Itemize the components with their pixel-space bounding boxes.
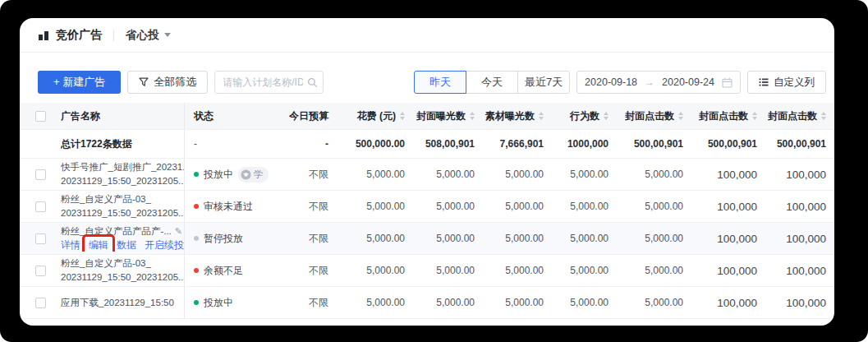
ad-name-cell: 粉丝_自定义产品-03_ 20231129_15:50_20231205...	[61, 193, 184, 220]
row-checkbox[interactable]	[35, 266, 46, 276]
edit-pencil-icon[interactable]: ✎	[175, 226, 182, 236]
nav-dropdown-label: 省心投	[126, 28, 159, 43]
status-cell: 投放中	[184, 296, 266, 310]
row-action-links: 详情 编辑 数据 开启续投	[61, 239, 184, 252]
cover-clicks-cell-1: 5,000.00	[609, 201, 683, 212]
table-header-row: 广告名称 状态 今日预算 花费 (元) 封面曝光数 素材曝光数 行为数 封面点击…	[20, 103, 834, 130]
col-label: 封面曝光数	[416, 109, 466, 123]
resume-delivery-link[interactable]: 开启续投	[145, 239, 184, 252]
status-dot	[194, 268, 199, 273]
learning-badge: 学	[238, 167, 269, 183]
col-header-cover-clicks-3[interactable]: 封面点击数	[757, 109, 834, 123]
header-divider	[113, 30, 114, 41]
checkbox-cell	[20, 266, 61, 276]
search-icon	[307, 76, 318, 91]
summary-budget: -	[266, 138, 328, 150]
budget-cell: 不限	[266, 296, 328, 310]
col-header-cover-clicks-2[interactable]: 封面点击数	[683, 109, 757, 123]
summary-cover-clicks-3: 500,00,901	[757, 138, 834, 150]
date-end-value[interactable]: 2020-09-24	[662, 76, 714, 88]
ad-name-line2: 20231129_15:50_20231205...	[61, 207, 184, 220]
summary-actions: 1000,000	[544, 138, 609, 150]
date-range-picker[interactable]: 2020-09-18 → 2020-09-24	[576, 71, 741, 94]
status-dot	[194, 236, 199, 241]
custom-columns-label: 自定义列	[774, 76, 815, 90]
row-checkbox[interactable]	[35, 169, 46, 180]
col-header-cover-exposure[interactable]: 封面曝光数	[405, 109, 475, 123]
table-row: 应用下载_20231129_15:50 投放中 不限 5,000.00 5,00…	[20, 287, 834, 319]
col-header-cover-clicks-1[interactable]: 封面点击数	[609, 109, 683, 123]
material-exposure-cell: 5,000.00	[475, 169, 544, 180]
status-cell: 余额不足	[184, 264, 266, 278]
date-quick-tabs: 昨天 今天 最近7天	[414, 71, 570, 94]
list-icon	[759, 77, 769, 87]
ad-name-cell: 粉丝_自定义产品产品产-...✎ 详情 编辑 数据 开启续投	[61, 225, 184, 252]
page-title: 竞价广告	[56, 28, 102, 43]
app-header: 竞价广告 省心投	[20, 18, 834, 53]
cover-clicks-cell-1: 5,000.00	[609, 297, 683, 308]
edit-link[interactable]: 编辑	[89, 239, 108, 252]
new-ad-button[interactable]: + 新建广告	[38, 71, 121, 94]
col-label: 素材曝光数	[485, 109, 535, 123]
col-header-status: 状态	[184, 109, 266, 123]
caret-down-icon	[164, 33, 171, 37]
filter-all-button[interactable]: 全部筛选	[127, 71, 208, 94]
summary-cost: 500,000.00	[328, 138, 405, 150]
col-header-material-exposure[interactable]: 素材曝光数	[475, 109, 544, 123]
row-checkbox[interactable]	[35, 201, 46, 212]
date-start-value[interactable]: 2020-09-18	[585, 76, 637, 88]
status-label: 暂停投放	[204, 232, 243, 246]
ad-name-line1: 应用下载_20231129_15:50	[61, 297, 184, 309]
cover-clicks-cell-3: 100,000	[757, 201, 834, 213]
checkbox-cell	[20, 233, 61, 244]
table-row: 粉丝_自定义产品-03_ 20231129_15:50_20231205... …	[20, 191, 834, 223]
cover-clicks-cell-3: 100,000	[757, 169, 834, 181]
material-exposure-cell: 5,000.00	[475, 233, 544, 244]
summary-row: 总计1722条数据 - - 500,000.00 508,00,901 7,66…	[20, 130, 834, 159]
graduation-icon	[241, 169, 251, 180]
data-link[interactable]: 数据	[117, 239, 136, 252]
budget-cell: 不限	[266, 232, 328, 246]
toolbar: + 新建广告 全部筛选 昨天 今天 最近7天 2020-09-18 →	[20, 71, 834, 94]
summary-label: 总计1722条数据	[61, 137, 184, 151]
checkbox-cell	[20, 169, 61, 180]
row-checkbox[interactable]	[35, 298, 46, 308]
table-row: 粉丝_自定义产品产品产-...✎ 详情 编辑 数据 开启续投 暂停投放 不限 5…	[20, 223, 834, 255]
arrow-right-icon: →	[645, 76, 654, 88]
status-cell: 暂停投放	[184, 232, 266, 246]
tab-last7days[interactable]: 最近7天	[517, 71, 570, 94]
actions-cell: 5,000.00	[544, 169, 609, 180]
cover-clicks-cell-1: 5,000.00	[609, 265, 683, 276]
nav-dropdown[interactable]: 省心投	[126, 28, 171, 43]
status-dot	[194, 172, 199, 177]
status-dot	[194, 204, 199, 209]
col-label: 今日预算	[289, 109, 328, 123]
cover-clicks-cell-2: 100,000	[683, 297, 757, 309]
table-row: 粉丝_自定义产品-03_ 20231129_15:50_20231205... …	[20, 255, 834, 287]
tab-today[interactable]: 今天	[466, 71, 518, 94]
ads-table: 广告名称 状态 今日预算 花费 (元) 封面曝光数 素材曝光数 行为数 封面点击…	[20, 103, 834, 319]
cover-clicks-cell-3: 100,000	[757, 297, 834, 309]
cover-exposure-cell: 5,000.00	[405, 233, 475, 244]
cover-clicks-cell-1: 5,000.00	[609, 233, 683, 244]
cost-cell: 5,000.00	[328, 265, 405, 276]
summary-cover-clicks-1: 500,00,901	[609, 138, 683, 150]
tab-yesterday[interactable]: 昨天	[414, 71, 466, 94]
ad-name-text: 粉丝_自定义产品产品产-...	[61, 226, 172, 236]
custom-columns-button[interactable]: 自定义列	[747, 71, 826, 94]
material-exposure-cell: 5,000.00	[475, 201, 544, 212]
status-label: 余额不足	[204, 264, 243, 278]
col-header-actions[interactable]: 行为数	[544, 109, 609, 123]
col-header-cost[interactable]: 花费 (元)	[328, 109, 405, 123]
actions-cell: 5,000.00	[544, 297, 609, 308]
sort-icon[interactable]	[821, 112, 826, 120]
row-checkbox[interactable]	[35, 233, 46, 244]
cover-clicks-cell-2: 100,000	[683, 265, 757, 277]
status-cell: 审核未通过	[184, 200, 266, 214]
bidding-ads-icon	[38, 30, 49, 41]
detail-link[interactable]: 详情	[61, 239, 80, 252]
select-all-checkbox[interactable]	[35, 111, 46, 122]
ad-name-cell: 应用下载_20231129_15:50	[61, 297, 184, 309]
cover-clicks-cell-2: 100,000	[683, 169, 757, 181]
cost-cell: 5,000.00	[328, 233, 405, 244]
